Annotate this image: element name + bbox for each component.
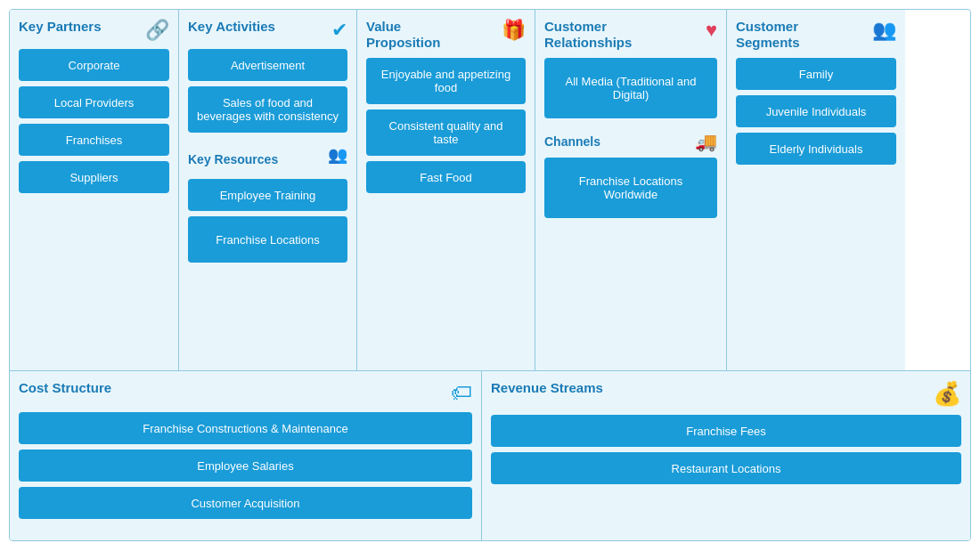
card-customer-acquisition: Customer Acquisition (19, 487, 472, 519)
customer-segments-title: CustomerSegments (736, 19, 800, 51)
cost-structure-title: Cost Structure (19, 380, 111, 396)
key-resources-header: Key Resources 👥 (188, 145, 347, 172)
card-elderly: Elderly Individuals (736, 133, 896, 165)
card-restaurant-locations: Restaurant Locations (491, 452, 961, 484)
card-franchise-constructions: Franchise Constructions & Maintenance (19, 412, 472, 444)
revenue-streams-title: Revenue Streams (491, 380, 603, 396)
card-fast-food: Fast Food (366, 161, 526, 193)
card-franchises: Franchises (19, 124, 169, 156)
card-employee-salaries: Employee Salaries (19, 450, 472, 482)
card-corporate: Corporate (19, 49, 169, 81)
customer-relationships-section: CustomerRelationships ♥ All Media (Tradi… (535, 10, 727, 370)
key-partners-header: Key Partners 🔗 (19, 19, 169, 42)
value-proposition-section: ValueProposition 🎁 Enjoyable and appetiz… (357, 10, 535, 370)
card-franchise-fees: Franchise Fees (491, 415, 961, 447)
card-all-media: All Media (Traditional and Digital) (544, 58, 717, 118)
key-activities-icon: ✔ (331, 19, 347, 42)
card-sales: Sales of food and beverages with consist… (188, 86, 347, 133)
cost-structure-section: Cost Structure 🏷 Franchise Constructions… (10, 371, 482, 540)
key-activities-section: Key Activities ✔ Advertisement Sales of … (179, 10, 357, 370)
value-proposition-header: ValueProposition 🎁 (366, 19, 526, 51)
channels-header: Channels 🚚 (544, 131, 717, 152)
card-family: Family (736, 58, 896, 90)
bottom-row: Cost Structure 🏷 Franchise Constructions… (10, 371, 970, 540)
value-proposition-title: ValueProposition (366, 19, 440, 51)
key-partners-section: Key Partners 🔗 Corporate Local Providers… (10, 10, 179, 370)
card-enjoyable: Enjoyable and appetizing food (366, 58, 526, 104)
customer-relationships-header: CustomerRelationships ♥ (544, 19, 717, 51)
revenue-streams-icon: 💰 (933, 380, 961, 408)
key-partners-icon: 🔗 (145, 19, 169, 42)
card-employee-training: Employee Training (188, 179, 347, 211)
cost-structure-icon: 🏷 (451, 380, 472, 405)
customer-segments-icon: 👥 (872, 19, 896, 42)
revenue-streams-header: Revenue Streams 💰 (491, 380, 961, 408)
key-resources-title: Key Resources (188, 152, 278, 166)
card-suppliers: Suppliers (19, 161, 169, 193)
customer-relationships-title: CustomerRelationships (544, 19, 632, 51)
card-franchise-locations-res: Franchise Locations (188, 216, 347, 263)
card-advertisement: Advertisement (188, 49, 347, 81)
card-local-providers: Local Providers (19, 86, 169, 118)
key-resources-icon: 👥 (328, 145, 347, 165)
top-row: Key Partners 🔗 Corporate Local Providers… (10, 10, 970, 371)
card-franchise-locations-ch: Franchise Locations Worldwide (544, 158, 717, 218)
customer-relationships-icon: ♥ (706, 19, 717, 42)
customer-segments-section: CustomerSegments 👥 Family Juvenile Indiv… (727, 10, 905, 370)
canvas: Key Partners 🔗 Corporate Local Providers… (9, 9, 971, 541)
customer-segments-header: CustomerSegments 👥 (736, 19, 896, 51)
card-consistent: Consistent quality and taste (366, 109, 526, 156)
key-activities-title: Key Activities (188, 19, 275, 35)
cost-structure-header: Cost Structure 🏷 (19, 380, 472, 405)
key-partners-title: Key Partners (19, 19, 102, 35)
channels-title: Channels (544, 134, 600, 149)
key-activities-header: Key Activities ✔ (188, 19, 347, 42)
card-juvenile: Juvenile Individuals (736, 95, 896, 127)
channels-icon: 🚚 (695, 131, 717, 152)
value-proposition-icon: 🎁 (502, 19, 526, 42)
revenue-streams-section: Revenue Streams 💰 Franchise Fees Restaur… (482, 371, 970, 540)
